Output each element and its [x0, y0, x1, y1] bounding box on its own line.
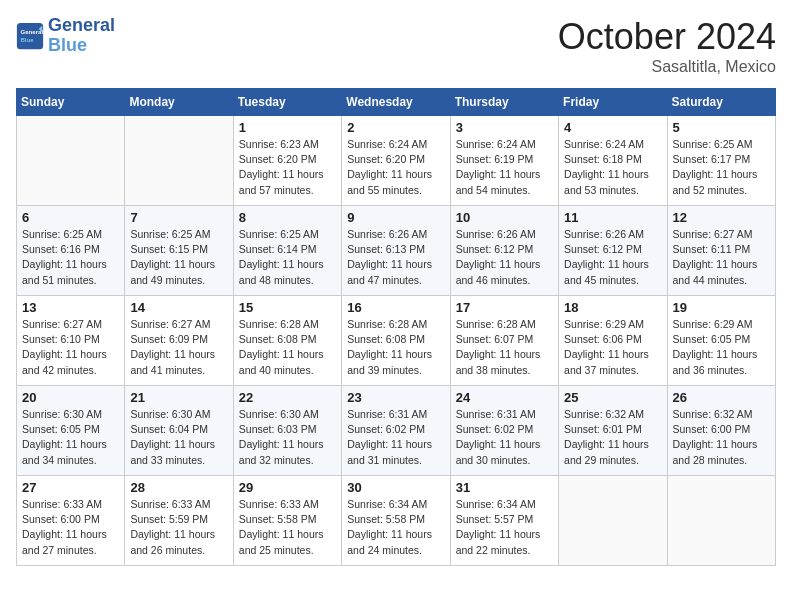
calendar-cell: 27Sunrise: 6:33 AMSunset: 6:00 PMDayligh… [17, 476, 125, 566]
day-number: 10 [456, 210, 553, 225]
day-info: Sunrise: 6:30 AMSunset: 6:04 PMDaylight:… [130, 407, 227, 468]
day-number: 13 [22, 300, 119, 315]
calendar-cell: 12Sunrise: 6:27 AMSunset: 6:11 PMDayligh… [667, 206, 775, 296]
day-number: 11 [564, 210, 661, 225]
day-number: 30 [347, 480, 444, 495]
day-info: Sunrise: 6:26 AMSunset: 6:13 PMDaylight:… [347, 227, 444, 288]
calendar-cell: 13Sunrise: 6:27 AMSunset: 6:10 PMDayligh… [17, 296, 125, 386]
weekday-header-friday: Friday [559, 89, 667, 116]
day-number: 25 [564, 390, 661, 405]
day-info: Sunrise: 6:29 AMSunset: 6:06 PMDaylight:… [564, 317, 661, 378]
title-block: October 2024 Sasaltitla, Mexico [558, 16, 776, 76]
day-info: Sunrise: 6:25 AMSunset: 6:14 PMDaylight:… [239, 227, 336, 288]
day-number: 23 [347, 390, 444, 405]
day-number: 9 [347, 210, 444, 225]
calendar-cell [559, 476, 667, 566]
calendar-cell: 23Sunrise: 6:31 AMSunset: 6:02 PMDayligh… [342, 386, 450, 476]
calendar-cell: 3Sunrise: 6:24 AMSunset: 6:19 PMDaylight… [450, 116, 558, 206]
calendar-cell: 15Sunrise: 6:28 AMSunset: 6:08 PMDayligh… [233, 296, 341, 386]
day-info: Sunrise: 6:26 AMSunset: 6:12 PMDaylight:… [456, 227, 553, 288]
weekday-header-tuesday: Tuesday [233, 89, 341, 116]
day-number: 19 [673, 300, 770, 315]
calendar-week-1: 1Sunrise: 6:23 AMSunset: 6:20 PMDaylight… [17, 116, 776, 206]
weekday-header-row: SundayMondayTuesdayWednesdayThursdayFrid… [17, 89, 776, 116]
calendar-cell: 4Sunrise: 6:24 AMSunset: 6:18 PMDaylight… [559, 116, 667, 206]
calendar-cell: 26Sunrise: 6:32 AMSunset: 6:00 PMDayligh… [667, 386, 775, 476]
logo-icon: General Blue [16, 22, 44, 50]
day-number: 4 [564, 120, 661, 135]
day-info: Sunrise: 6:33 AMSunset: 5:59 PMDaylight:… [130, 497, 227, 558]
calendar-week-5: 27Sunrise: 6:33 AMSunset: 6:00 PMDayligh… [17, 476, 776, 566]
calendar-cell: 1Sunrise: 6:23 AMSunset: 6:20 PMDaylight… [233, 116, 341, 206]
calendar-cell: 8Sunrise: 6:25 AMSunset: 6:14 PMDaylight… [233, 206, 341, 296]
day-info: Sunrise: 6:26 AMSunset: 6:12 PMDaylight:… [564, 227, 661, 288]
day-info: Sunrise: 6:24 AMSunset: 6:20 PMDaylight:… [347, 137, 444, 198]
day-info: Sunrise: 6:32 AMSunset: 6:01 PMDaylight:… [564, 407, 661, 468]
day-info: Sunrise: 6:31 AMSunset: 6:02 PMDaylight:… [347, 407, 444, 468]
day-info: Sunrise: 6:29 AMSunset: 6:05 PMDaylight:… [673, 317, 770, 378]
calendar-cell: 14Sunrise: 6:27 AMSunset: 6:09 PMDayligh… [125, 296, 233, 386]
calendar-cell: 24Sunrise: 6:31 AMSunset: 6:02 PMDayligh… [450, 386, 558, 476]
calendar-cell: 25Sunrise: 6:32 AMSunset: 6:01 PMDayligh… [559, 386, 667, 476]
calendar-week-4: 20Sunrise: 6:30 AMSunset: 6:05 PMDayligh… [17, 386, 776, 476]
day-number: 3 [456, 120, 553, 135]
weekday-header-thursday: Thursday [450, 89, 558, 116]
day-number: 26 [673, 390, 770, 405]
day-number: 29 [239, 480, 336, 495]
day-number: 5 [673, 120, 770, 135]
day-info: Sunrise: 6:25 AMSunset: 6:17 PMDaylight:… [673, 137, 770, 198]
calendar-cell: 21Sunrise: 6:30 AMSunset: 6:04 PMDayligh… [125, 386, 233, 476]
day-info: Sunrise: 6:28 AMSunset: 6:07 PMDaylight:… [456, 317, 553, 378]
day-number: 12 [673, 210, 770, 225]
day-info: Sunrise: 6:28 AMSunset: 6:08 PMDaylight:… [239, 317, 336, 378]
page-header: General Blue GeneralBlue October 2024 Sa… [16, 16, 776, 76]
day-number: 18 [564, 300, 661, 315]
weekday-header-saturday: Saturday [667, 89, 775, 116]
calendar-cell [17, 116, 125, 206]
svg-text:Blue: Blue [20, 36, 34, 43]
day-number: 21 [130, 390, 227, 405]
month-title: October 2024 [558, 16, 776, 58]
calendar-cell [125, 116, 233, 206]
day-number: 2 [347, 120, 444, 135]
day-info: Sunrise: 6:30 AMSunset: 6:03 PMDaylight:… [239, 407, 336, 468]
day-info: Sunrise: 6:31 AMSunset: 6:02 PMDaylight:… [456, 407, 553, 468]
calendar-cell: 10Sunrise: 6:26 AMSunset: 6:12 PMDayligh… [450, 206, 558, 296]
day-number: 22 [239, 390, 336, 405]
day-info: Sunrise: 6:24 AMSunset: 6:18 PMDaylight:… [564, 137, 661, 198]
calendar-cell: 7Sunrise: 6:25 AMSunset: 6:15 PMDaylight… [125, 206, 233, 296]
calendar-cell: 9Sunrise: 6:26 AMSunset: 6:13 PMDaylight… [342, 206, 450, 296]
calendar-week-2: 6Sunrise: 6:25 AMSunset: 6:16 PMDaylight… [17, 206, 776, 296]
day-info: Sunrise: 6:32 AMSunset: 6:00 PMDaylight:… [673, 407, 770, 468]
location: Sasaltitla, Mexico [558, 58, 776, 76]
day-info: Sunrise: 6:24 AMSunset: 6:19 PMDaylight:… [456, 137, 553, 198]
day-info: Sunrise: 6:23 AMSunset: 6:20 PMDaylight:… [239, 137, 336, 198]
calendar-cell: 5Sunrise: 6:25 AMSunset: 6:17 PMDaylight… [667, 116, 775, 206]
day-info: Sunrise: 6:27 AMSunset: 6:11 PMDaylight:… [673, 227, 770, 288]
calendar-cell: 6Sunrise: 6:25 AMSunset: 6:16 PMDaylight… [17, 206, 125, 296]
day-number: 27 [22, 480, 119, 495]
day-number: 14 [130, 300, 227, 315]
day-info: Sunrise: 6:27 AMSunset: 6:10 PMDaylight:… [22, 317, 119, 378]
day-number: 24 [456, 390, 553, 405]
calendar-cell: 30Sunrise: 6:34 AMSunset: 5:58 PMDayligh… [342, 476, 450, 566]
calendar-cell: 20Sunrise: 6:30 AMSunset: 6:05 PMDayligh… [17, 386, 125, 476]
calendar-cell: 29Sunrise: 6:33 AMSunset: 5:58 PMDayligh… [233, 476, 341, 566]
calendar-table: SundayMondayTuesdayWednesdayThursdayFrid… [16, 88, 776, 566]
calendar-week-3: 13Sunrise: 6:27 AMSunset: 6:10 PMDayligh… [17, 296, 776, 386]
calendar-cell: 28Sunrise: 6:33 AMSunset: 5:59 PMDayligh… [125, 476, 233, 566]
day-number: 6 [22, 210, 119, 225]
calendar-cell: 22Sunrise: 6:30 AMSunset: 6:03 PMDayligh… [233, 386, 341, 476]
day-info: Sunrise: 6:25 AMSunset: 6:15 PMDaylight:… [130, 227, 227, 288]
weekday-header-wednesday: Wednesday [342, 89, 450, 116]
day-number: 31 [456, 480, 553, 495]
weekday-header-monday: Monday [125, 89, 233, 116]
calendar-cell: 2Sunrise: 6:24 AMSunset: 6:20 PMDaylight… [342, 116, 450, 206]
day-info: Sunrise: 6:28 AMSunset: 6:08 PMDaylight:… [347, 317, 444, 378]
day-number: 15 [239, 300, 336, 315]
calendar-cell: 16Sunrise: 6:28 AMSunset: 6:08 PMDayligh… [342, 296, 450, 386]
day-info: Sunrise: 6:34 AMSunset: 5:57 PMDaylight:… [456, 497, 553, 558]
day-number: 7 [130, 210, 227, 225]
day-info: Sunrise: 6:33 AMSunset: 5:58 PMDaylight:… [239, 497, 336, 558]
weekday-header-sunday: Sunday [17, 89, 125, 116]
